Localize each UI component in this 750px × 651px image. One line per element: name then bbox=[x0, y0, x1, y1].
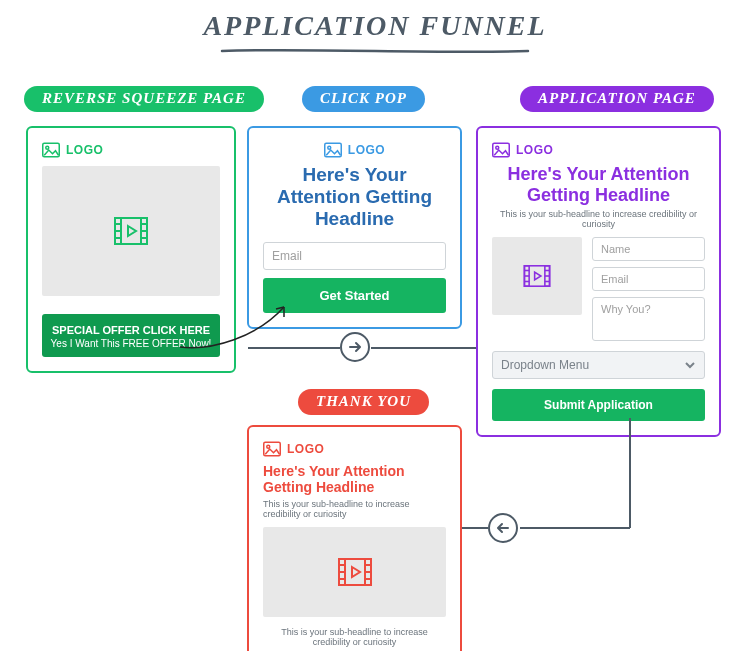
name-field[interactable]: Name bbox=[592, 237, 705, 261]
card-thank-you: LOGO Here's Your Attention Getting Headl… bbox=[247, 425, 462, 651]
flow-arrow-left bbox=[488, 513, 518, 543]
logo: LOGO bbox=[492, 142, 705, 158]
svg-point-14 bbox=[496, 146, 499, 149]
flow-arrow-right bbox=[340, 332, 370, 362]
headline: Here's Your Attention Getting Headline bbox=[263, 463, 446, 495]
label-thank-you: THANK YOU bbox=[298, 389, 429, 415]
logo-text: LOGO bbox=[287, 442, 324, 456]
why-field[interactable]: Why You? bbox=[592, 297, 705, 341]
svg-point-1 bbox=[46, 146, 49, 149]
label-application: APPLICATION PAGE bbox=[520, 86, 714, 112]
label-reverse-squeeze: REVERSE SQUEEZE PAGE bbox=[24, 86, 264, 112]
subheadline: This is your sub-headline to increase cr… bbox=[492, 209, 705, 229]
logo-text: LOGO bbox=[348, 143, 385, 157]
video-thumbnail bbox=[492, 237, 582, 315]
label-click-pop: CLICK POP bbox=[302, 86, 425, 112]
flow-line-app-left bbox=[520, 527, 630, 529]
headline: Here's Your Attention Getting Headline bbox=[492, 164, 705, 205]
play-icon bbox=[338, 558, 372, 586]
video-thumbnail bbox=[263, 527, 446, 617]
flow-arrow-squeeze-to-pop bbox=[172, 299, 302, 354]
arrow-right-icon bbox=[347, 339, 363, 355]
flow-line-pop-left bbox=[248, 347, 340, 349]
card-application: LOGO Here's Your Attention Getting Headl… bbox=[476, 126, 721, 437]
dropdown-label: Dropdown Menu bbox=[501, 358, 589, 372]
image-icon bbox=[324, 142, 342, 158]
logo: LOGO bbox=[263, 441, 446, 457]
dropdown-menu[interactable]: Dropdown Menu bbox=[492, 351, 705, 379]
video-thumbnail bbox=[42, 166, 220, 296]
play-icon bbox=[114, 217, 148, 245]
image-icon bbox=[263, 441, 281, 457]
flow-line-to-thankyou bbox=[462, 527, 488, 529]
logo-text: LOGO bbox=[66, 143, 103, 157]
headline: Here's Your Attention Getting Headline bbox=[263, 164, 446, 230]
logo-text: LOGO bbox=[516, 143, 553, 157]
page-title: APPLICATION FUNNEL bbox=[203, 10, 546, 42]
svg-point-25 bbox=[267, 445, 270, 448]
play-icon bbox=[523, 265, 551, 287]
email-field[interactable]: Email bbox=[592, 267, 705, 291]
submit-button[interactable]: Submit Application bbox=[492, 389, 705, 421]
email-field[interactable]: Email bbox=[263, 242, 446, 270]
title-underline bbox=[220, 48, 530, 54]
chevron-down-icon bbox=[684, 359, 696, 371]
subheadline-top: This is your sub-headline to increase cr… bbox=[263, 499, 446, 519]
image-icon bbox=[42, 142, 60, 158]
logo: LOGO bbox=[263, 142, 446, 158]
flow-line-app-down bbox=[629, 418, 631, 528]
arrow-left-icon bbox=[495, 520, 511, 536]
svg-point-12 bbox=[328, 146, 331, 149]
flow-line-pop-to-app bbox=[371, 347, 476, 349]
subheadline-bottom: This is your sub-headline to increase cr… bbox=[263, 627, 446, 647]
image-icon bbox=[492, 142, 510, 158]
logo: LOGO bbox=[42, 142, 220, 158]
